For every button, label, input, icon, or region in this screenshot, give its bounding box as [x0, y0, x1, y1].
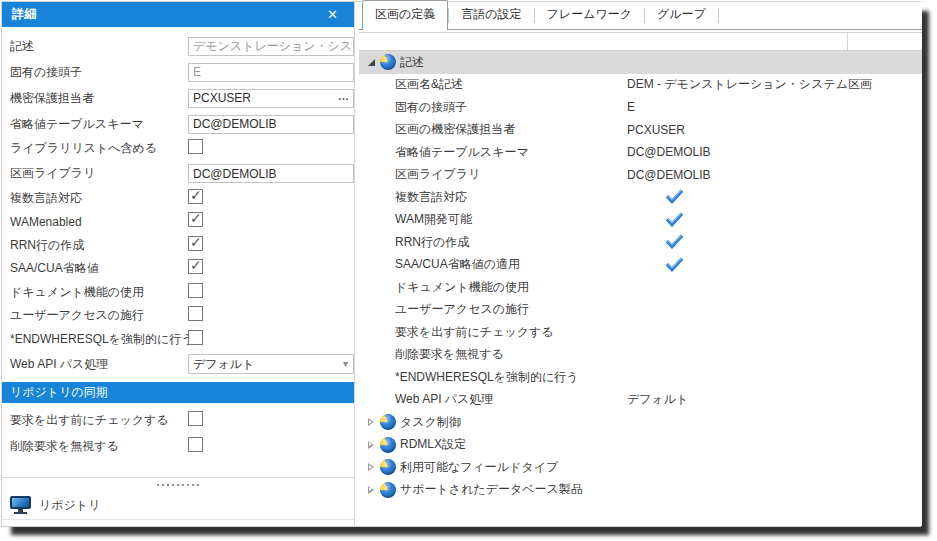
checkbox-12[interactable] [188, 330, 203, 345]
tree-property-row[interactable]: RRN行の作成 [359, 231, 922, 254]
ellipsis-button[interactable]: … [338, 90, 350, 102]
tree-property-row[interactable]: 固有の接頭子E [359, 96, 922, 119]
checkbox-7[interactable]: ✓ [188, 212, 203, 227]
property-name: 複数言語対応 [359, 189, 627, 206]
check-mark-icon: ✓ [190, 234, 202, 250]
details-panel-title: 詳細 [12, 6, 321, 23]
globe-pie-icon [380, 54, 396, 70]
field-control: DC@DEMOLIB [188, 164, 354, 183]
expander-closed-icon[interactable] [364, 441, 378, 449]
repository-sync-rows: 要求を出す前にチェックする削除要求を無視する [2, 403, 354, 459]
field-control: デフォルト▾ [188, 354, 354, 374]
property-value: E [627, 100, 635, 114]
field-control [188, 411, 354, 430]
monitor-icon [10, 496, 31, 514]
property-name: SAA/CUA省略値の適用 [359, 256, 627, 273]
field-control: ✓ [188, 212, 354, 231]
form-row: 固有の接頭子E [2, 59, 354, 85]
tree-property-row[interactable]: 複数言語対応 [359, 186, 922, 209]
tab-3[interactable]: グループ [645, 1, 718, 29]
form-row: 記述デモンストレーション・システム区画 [2, 33, 354, 59]
tree-group-row-0[interactable]: タスク制御 [359, 411, 922, 434]
dropdown-value: デフォルト [193, 356, 254, 373]
form-row: 要求を出す前にチェックする [2, 407, 354, 433]
checkbox-11[interactable] [188, 306, 203, 321]
expander-closed-icon[interactable] [364, 463, 378, 471]
repository-sync-section-title: リポジトリの同期 [10, 384, 108, 401]
checkbox-8[interactable]: ✓ [188, 236, 203, 251]
tree-column-header[interactable] [359, 32, 922, 51]
form-row: 削除要求を無視する [2, 433, 354, 459]
tree-property-row[interactable]: Web API パス処理デフォルト [359, 389, 922, 412]
text-input[interactable]: DC@DEMOLIB [188, 164, 354, 183]
details-panel-header: 詳細 ✕ [2, 2, 354, 27]
tree-property-row[interactable]: 区画ライブラリDC@DEMOLIB [359, 164, 922, 187]
field-control [188, 437, 354, 456]
tree-group-row-3[interactable]: サポートされたデータベース製品 [359, 479, 922, 502]
text-input[interactable]: DC@DEMOLIB [188, 115, 354, 134]
property-name: 区画ライブラリ [359, 166, 627, 183]
field-label: WAMenabled [10, 215, 188, 229]
text-input[interactable]: E [188, 63, 354, 82]
tree-group-row-description[interactable]: 記述 [359, 51, 922, 74]
checkbox-10[interactable] [188, 283, 203, 298]
field-label: SAA/CUA省略値 [10, 260, 188, 277]
checkbox-6[interactable]: ✓ [188, 189, 203, 204]
tree-property-row[interactable]: 省略値テーブルスキーマDC@DEMOLIB [359, 141, 922, 164]
checkbox-4[interactable] [188, 139, 203, 154]
dropdown-select[interactable]: デフォルト▾ [188, 354, 354, 374]
blue-check-icon [665, 234, 684, 249]
pane-splitter[interactable] [2, 477, 354, 491]
tree-property-row[interactable]: SAA/CUA省略値の適用 [359, 254, 922, 277]
property-name: RRN行の作成 [359, 234, 627, 251]
repository-sync-section-header: リポジトリの同期 [2, 382, 354, 403]
tree-group-row-1[interactable]: RDMLX設定 [359, 434, 922, 457]
field-control: PCXUSER… [188, 89, 354, 108]
form-row: RRN行の作成✓ [2, 234, 354, 258]
tree-property-row[interactable]: ユーザーアクセスの施行 [359, 299, 922, 322]
tree-property-row[interactable]: *ENDWHERESQLを強制的に行う [359, 366, 922, 389]
blue-check-icon [665, 189, 684, 204]
property-name: 区画名&記述 [359, 76, 627, 93]
field-control [188, 283, 354, 302]
tab-2[interactable]: フレームワーク [535, 1, 644, 29]
property-value: DEM - デモンストレーション・システム区画 [627, 76, 872, 93]
checkbox-1[interactable] [188, 437, 203, 452]
repository-pane-header[interactable]: リポジトリ [2, 491, 354, 520]
expander-closed-icon[interactable] [364, 418, 378, 426]
tree-property-row[interactable]: 区画名&記述DEM - デモンストレーション・システム区画 [359, 74, 922, 97]
property-name: 固有の接頭子 [359, 99, 627, 116]
expander-closed-icon[interactable] [364, 486, 378, 494]
field-label: 固有の接頭子 [10, 64, 188, 81]
tree-property-row[interactable]: ドキュメント機能の使用 [359, 276, 922, 299]
tree-property-row[interactable]: 要求を出す前にチェックする [359, 321, 922, 344]
expander-open-icon[interactable] [364, 59, 378, 66]
details-footer-gap [2, 520, 354, 526]
splitter-grip-icon [157, 484, 199, 486]
field-control [188, 139, 354, 158]
text-input[interactable]: PCXUSER… [188, 89, 354, 108]
tree-property-row[interactable]: 区画の機密保護担当者PCXUSER [359, 119, 922, 142]
tree-property-row[interactable]: 削除要求を無視する [359, 344, 922, 367]
check-mark-icon: ✓ [190, 210, 202, 226]
form-row: SAA/CUA省略値✓ [2, 257, 354, 281]
details-spacer [2, 459, 354, 477]
field-label: RRN行の作成 [10, 237, 188, 254]
tree-property-row[interactable]: WAM開発可能 [359, 209, 922, 232]
details-form: 記述デモンストレーション・システム区画固有の接頭子E機密保護担当者PCXUSER… [2, 27, 354, 377]
tree-group-label: 利用可能なフィールドタイプ [400, 459, 558, 476]
checkbox-9[interactable]: ✓ [188, 259, 203, 274]
close-icon[interactable]: ✕ [321, 6, 344, 23]
column-divider[interactable] [847, 33, 848, 50]
checkbox-0[interactable] [188, 411, 203, 426]
text-input-value: DC@DEMOLIB [193, 117, 277, 131]
tab-0[interactable]: 区画の定義 [362, 0, 448, 30]
text-input[interactable]: デモンストレーション・システム区画 [188, 37, 354, 56]
blue-check-icon [665, 257, 684, 272]
text-input-value: E [193, 65, 201, 79]
tab-1[interactable]: 言語の設定 [449, 1, 533, 29]
tab-separator [718, 8, 719, 23]
tree-group-row-2[interactable]: 利用可能なフィールドタイプ [359, 456, 922, 479]
field-control: ✓ [188, 259, 354, 278]
form-row: ドキュメント機能の使用 [2, 281, 354, 305]
